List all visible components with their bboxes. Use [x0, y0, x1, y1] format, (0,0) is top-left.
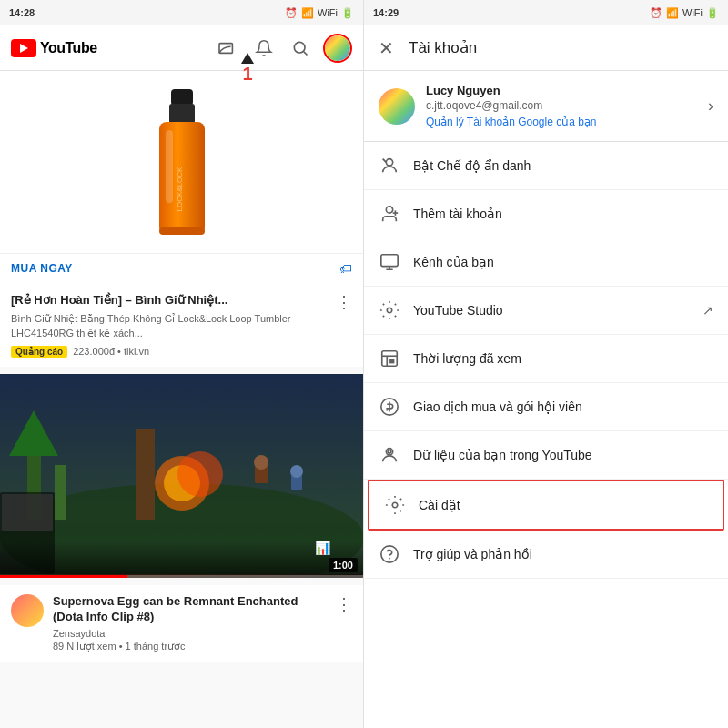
svg-point-30: [387, 308, 392, 313]
youtube-logo[interactable]: YouTube: [11, 39, 97, 57]
menu-item-settings-label: Cài đặt: [419, 498, 708, 512]
alarm-icon-right: ⏰: [650, 7, 662, 19]
product-image: LOCK&LOCK: [0, 71, 363, 253]
product-ad[interactable]: LOCK&LOCK MUA NGAY 🏷: [0, 71, 363, 367]
svg-point-35: [388, 450, 391, 454]
purchase-icon: [379, 396, 400, 418]
svg-point-36: [392, 502, 398, 508]
menu-item-help-label: Trợ giúp và phản hồi: [413, 547, 713, 561]
arrow-up-annotation: [241, 53, 254, 64]
menu-item-add-account-label: Thêm tài khoản: [413, 207, 713, 221]
youtube-logo-text: YouTube: [40, 40, 97, 56]
channel-avatar: [11, 594, 44, 627]
progress-fill: [0, 575, 127, 578]
annotation-1: 1: [242, 64, 252, 85]
battery-icon-left: 🔋: [341, 7, 354, 19]
video-item-2[interactable]: Supernova Egg can be Remnant Enchanted (…: [0, 585, 363, 662]
video-price: 223.000đ • tiki.vn: [73, 346, 149, 357]
stats-icon: 📊: [315, 541, 330, 555]
watchtime-icon: [379, 348, 400, 369]
manage-account-link[interactable]: Quản lý Tài khoản Google của bạn: [426, 116, 697, 128]
menu-item-watchtime[interactable]: Thời lượng đã xem: [364, 335, 728, 383]
menu-item-incognito[interactable]: Bật Chế độ ẩn danh: [364, 142, 728, 190]
add-account-icon: [379, 203, 400, 225]
svg-point-26: [386, 207, 392, 213]
menu-item-channel[interactable]: Kênh của bạn: [364, 238, 728, 287]
svg-line-2: [304, 51, 308, 55]
svg-rect-23: [2, 494, 53, 531]
alarm-icon-left: ⏰: [285, 7, 298, 19]
video-ad-item[interactable]: [Rẻ Hơn Hoàn Tiền] – Bình Giữ Nhiệt... B…: [0, 283, 363, 367]
svg-rect-31: [382, 351, 398, 367]
right-panel: 14:29 ⏰ 📶 WiFi 🔋 ✕ Tài khoản Lucy Nguyen…: [364, 0, 728, 728]
video-title-2: Supernova Egg can be Remnant Enchanted (…: [53, 594, 327, 625]
bell-button[interactable]: [250, 35, 278, 62]
account-avatar-button[interactable]: [323, 34, 352, 63]
video-ad-desc: Bình Giữ Nhiệt Bằng Thép Không Gỉ Lock&L…: [11, 312, 336, 340]
menu-item-channel-label: Kênh của bạn: [413, 255, 713, 269]
svg-rect-0: [219, 43, 232, 53]
user-email: c.jtt.oqove4@gmail.com: [426, 99, 697, 112]
progress-bar[interactable]: [0, 575, 363, 578]
product-bottle-svg: LOCK&LOCK: [146, 89, 218, 244]
data-icon: [379, 444, 400, 466]
account-menu-list: Bật Chế độ ẩn danh Thêm tài khoản: [364, 142, 728, 728]
video-info: Supernova Egg can be Remnant Enchanted (…: [53, 594, 327, 652]
user-avatar: [379, 88, 415, 125]
settings-icon: [384, 494, 406, 516]
chevron-right-icon: ›: [708, 96, 713, 116]
video-ad-meta: Quảng cáo 223.000đ • tiki.vn: [11, 346, 336, 358]
incognito-icon: [379, 155, 400, 177]
game-scene: 1:00 📊: [0, 374, 363, 578]
menu-item-studio-label: YouTube Studio: [413, 303, 690, 318]
svg-point-17: [177, 451, 223, 497]
signal-icon-right: 📶: [666, 7, 679, 19]
status-bar-right: 14:29 ⏰ 📶 WiFi 🔋: [364, 0, 728, 25]
wifi-icon-left: WiFi: [318, 7, 338, 18]
studio-icon: [379, 299, 400, 321]
svg-rect-3: [171, 89, 193, 106]
svg-rect-32: [390, 359, 394, 363]
svg-point-24: [386, 159, 392, 166]
menu-item-data[interactable]: Dữ liệu của bạn trong YouTube: [364, 431, 728, 480]
menu-item-add-account[interactable]: Thêm tài khoản: [364, 190, 728, 238]
video-stats: 89 N lượt xem • 1 tháng trước: [53, 641, 327, 652]
wifi-icon-right: WiFi: [682, 7, 703, 18]
svg-rect-29: [381, 255, 398, 267]
svg-line-25: [383, 159, 387, 163]
menu-item-settings[interactable]: Cài đặt 2: [368, 480, 724, 531]
menu-item-help[interactable]: Trợ giúp và phản hồi: [364, 531, 728, 579]
menu-item-studio[interactable]: YouTube Studio ↗: [364, 287, 728, 335]
avatar-image: [325, 35, 350, 61]
buy-now-bar[interactable]: MUA NGAY 🏷: [0, 253, 363, 283]
video-more-button[interactable]: ⋮: [336, 292, 352, 312]
youtube-header: YouTube: [0, 25, 363, 71]
svg-point-21: [290, 465, 303, 478]
video-more-button-2[interactable]: ⋮: [336, 594, 352, 652]
status-bar-left: 14:28 ⏰ 📶 WiFi 🔋: [0, 0, 363, 25]
menu-item-purchase[interactable]: Giao dịch mua và gói hội viên: [364, 383, 728, 431]
close-button[interactable]: ✕: [379, 37, 394, 59]
status-time-left: 14:28: [9, 7, 35, 18]
external-link-icon: ↗: [703, 303, 713, 318]
menu-item-data-label: Dữ liệu của bạn trong YouTube: [413, 448, 713, 462]
cast-button[interactable]: [214, 35, 241, 62]
svg-rect-8: [159, 228, 205, 235]
menu-item-incognito-label: Bật Chế độ ẩn danh: [413, 158, 713, 173]
status-icons-left: ⏰ 📶 WiFi 🔋: [285, 7, 354, 19]
status-time-right: 14:29: [373, 7, 399, 18]
account-title: Tài khoản: [409, 38, 477, 57]
user-name: Lucy Nguyen: [426, 84, 697, 97]
thumbnail-overlay: [0, 541, 363, 578]
svg-point-37: [381, 546, 398, 562]
game-video-thumbnail[interactable]: 1:00 📊: [0, 374, 363, 578]
svg-rect-6: [166, 130, 173, 203]
svg-text:LOCK&LOCK: LOCK&LOCK: [176, 167, 184, 212]
user-section[interactable]: Lucy Nguyen c.jtt.oqove4@gmail.com Quản …: [364, 71, 728, 142]
status-icons-right: ⏰ 📶 WiFi 🔋: [650, 7, 719, 19]
channel-name: Zensaydota: [53, 628, 327, 639]
battery-icon-right: 🔋: [706, 7, 719, 19]
search-button[interactable]: [287, 35, 314, 62]
header-icons: [214, 34, 352, 63]
svg-rect-14: [136, 429, 155, 520]
